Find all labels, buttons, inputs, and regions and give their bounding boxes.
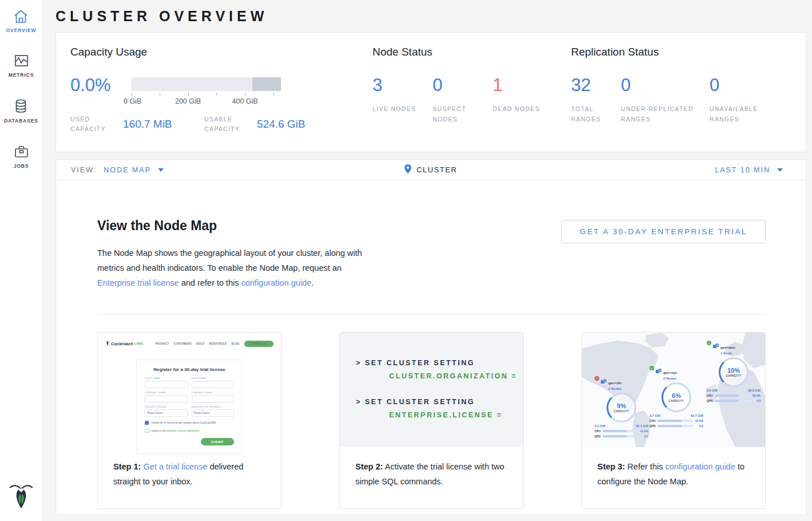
nodes-cube-icon bbox=[656, 366, 662, 376]
error-status-icon: ! bbox=[595, 376, 599, 381]
sidebar-item-metrics[interactable]: METRICS bbox=[9, 54, 34, 78]
axis-tick bbox=[245, 93, 245, 96]
nodes-cube-icon bbox=[601, 376, 607, 386]
live-nodes-label: LIVE NODES bbox=[373, 104, 418, 114]
text-field bbox=[192, 395, 235, 402]
sidebar-item-overview[interactable]: OVERVIEW bbox=[6, 9, 37, 33]
site-nav: PRODUCT CUSTOMERS DOCS RESOURCES BLOG DO… bbox=[155, 341, 274, 347]
dead-nodes-label: DEAD NODES bbox=[493, 104, 559, 114]
capacity-percent: 6% bbox=[672, 392, 681, 399]
cockroach-labs-wordmark: Cockroach bbox=[111, 341, 133, 346]
capacity-gauge: 9% CAPACITY bbox=[607, 393, 636, 423]
sidebar: OVERVIEW METRICS DATABASES bbox=[0, 0, 43, 521]
qps-label: QPS bbox=[707, 399, 713, 402]
dead-nodes-value: 1 bbox=[493, 76, 553, 94]
locality-node-count: 1 Node bbox=[720, 352, 735, 355]
field-label: FIRST NAME bbox=[145, 377, 188, 380]
dead-nodes-stat: 1 DEAD NODES bbox=[493, 76, 553, 124]
qps-value: 4.7 bbox=[640, 435, 648, 438]
capacity-total: 36.6 GiB bbox=[748, 389, 760, 392]
page-title: CLUSTER OVERVIEW bbox=[56, 8, 806, 25]
suspect-nodes-value: 0 bbox=[433, 76, 493, 94]
axis-tick-label: 0 GiB bbox=[124, 97, 141, 105]
cpu-bar bbox=[603, 430, 638, 432]
cluster-summary-card: Capacity Usage 0.0% 0 GiB 200 GiB 400 Gi… bbox=[56, 32, 806, 152]
capacity-bar-nonusable-segment bbox=[252, 77, 281, 91]
axis-tick bbox=[132, 93, 132, 96]
nav-item: DOCS bbox=[196, 342, 204, 345]
chevron-down-icon bbox=[777, 168, 783, 172]
checkbox-label: I would like to receive email updates ab… bbox=[150, 421, 216, 424]
sidebar-item-label: OVERVIEW bbox=[6, 27, 37, 33]
enterprise-trial-button[interactable]: GET A 30-DAY ENTERPRISE TRIAL bbox=[561, 220, 766, 243]
total-ranges-stat: 32 TOTAL RANGES bbox=[571, 76, 621, 124]
sql-setting-name: CLUSTER.ORGANIZATION = bbox=[389, 372, 523, 380]
capacity-percent: 10% bbox=[727, 367, 740, 374]
sql-commands-preview: > SET CLUSTER SETTING CLUSTER.ORGANIZATI… bbox=[340, 333, 523, 447]
configuration-guide-link[interactable]: configuration guide bbox=[241, 278, 311, 287]
text-field bbox=[145, 395, 188, 402]
field-label: REASON FOR INTEREST bbox=[192, 405, 235, 408]
cpu-label: CPU bbox=[595, 429, 601, 433]
qps-label: QPS bbox=[649, 424, 656, 428]
view-label: VIEW: bbox=[71, 166, 97, 174]
cluster-breadcrumb: CLUSTER bbox=[405, 164, 457, 175]
time-range-dropdown[interactable]: LAST 10 MIN bbox=[715, 166, 783, 174]
node-map-description: The Node Map shows the geographical layo… bbox=[97, 246, 369, 290]
field-label: PROJECT PHASE bbox=[145, 405, 188, 408]
locality-node-count: 2 Nodes bbox=[608, 387, 621, 390]
suspect-nodes-label: SUSPECT NODES bbox=[433, 104, 478, 124]
sidebar-item-databases[interactable]: DATABASES bbox=[4, 98, 38, 124]
cluster-label: CLUSTER bbox=[417, 165, 457, 174]
nav-item: CUSTOMERS bbox=[174, 342, 192, 345]
field-label: COMPANY EMAIL bbox=[192, 391, 235, 394]
locality-node-count: 2 Nodes bbox=[663, 377, 678, 380]
view-selector-dropdown[interactable]: VIEW: NODE MAP bbox=[71, 166, 164, 174]
cpu-value: 11.0% bbox=[640, 429, 648, 433]
section-divider bbox=[97, 314, 766, 314]
replication-status-section: Replication Status 32 TOTAL RANGES 0 UND… bbox=[571, 46, 770, 152]
select-field: Please Select bbox=[192, 409, 235, 417]
cockroachdb-logo bbox=[9, 482, 33, 512]
qps-bar bbox=[603, 435, 638, 437]
capacity-bar-chart: 0 GiB 200 GiB 400 GiB bbox=[131, 76, 281, 106]
axis-tick-label: 200 GiB bbox=[175, 97, 201, 105]
form-title: Register for a 30-day trial license bbox=[145, 367, 234, 372]
capacity-percent: 9% bbox=[617, 402, 626, 409]
qps-value: 4.4 bbox=[752, 399, 760, 402]
cpu-bar bbox=[657, 420, 693, 422]
capacity-used-percent: 0.0% bbox=[70, 76, 131, 94]
locality-name: geo=ams bbox=[720, 346, 735, 349]
checkbox-unchecked bbox=[145, 429, 149, 433]
sidebar-item-jobs[interactable]: JOBS bbox=[14, 144, 29, 169]
sidebar-item-label: JOBS bbox=[14, 163, 29, 169]
node-status-section: Node Status 3 LIVE NODES 0 SUSPECT NODES… bbox=[373, 46, 571, 152]
submit-pill: SUBMIT bbox=[201, 438, 234, 445]
unavailable-ranges-label: UNAVAILABLE RANGES bbox=[710, 104, 775, 124]
used-capacity-value: 160.7 MiB bbox=[123, 118, 204, 131]
view-value: NODE MAP bbox=[104, 166, 151, 174]
under-replicated-ranges-value: 0 bbox=[621, 76, 710, 94]
configuration-guide-link[interactable]: configuration guide bbox=[665, 462, 735, 471]
cpu-value: 42.5% bbox=[695, 419, 703, 423]
step3-card: ! geo=sfo 2 Nodes 9% CAPACITY bbox=[581, 332, 766, 509]
view-toolbar: VIEW: NODE MAP CLUSTER LAST 10 MIN bbox=[56, 160, 806, 180]
capacity-used: 3.6 GiB bbox=[707, 389, 718, 392]
overview-content-block: VIEW: NODE MAP CLUSTER LAST 10 MIN View … bbox=[56, 159, 806, 515]
usable-capacity-label: USABLE CAPACITY bbox=[204, 115, 257, 134]
capacity-usage-section: Capacity Usage 0.0% 0 GiB 200 GiB 400 Gi… bbox=[70, 46, 373, 152]
trial-registration-form: Register for a 30-day trial license FIRS… bbox=[136, 360, 243, 453]
total-ranges-value: 32 bbox=[571, 76, 621, 94]
step2-card: > SET CLUSTER SETTING CLUSTER.ORGANIZATI… bbox=[339, 332, 524, 509]
sidebar-item-label: DATABASES bbox=[4, 118, 38, 124]
text-field bbox=[192, 381, 235, 388]
qps-bar bbox=[715, 400, 750, 402]
enterprise-trial-license-link[interactable]: Enterprise trial license bbox=[97, 278, 179, 287]
suspect-nodes-stat: 0 SUSPECT NODES bbox=[433, 76, 493, 124]
home-icon bbox=[13, 9, 29, 23]
live-nodes-value: 3 bbox=[373, 76, 433, 94]
sql-command: > SET CLUSTER SETTING bbox=[356, 398, 523, 406]
chevron-down-icon bbox=[158, 168, 164, 172]
get-trial-license-link[interactable]: Get a trial license bbox=[143, 462, 207, 471]
sql-command: > SET CLUSTER SETTING bbox=[356, 359, 523, 367]
